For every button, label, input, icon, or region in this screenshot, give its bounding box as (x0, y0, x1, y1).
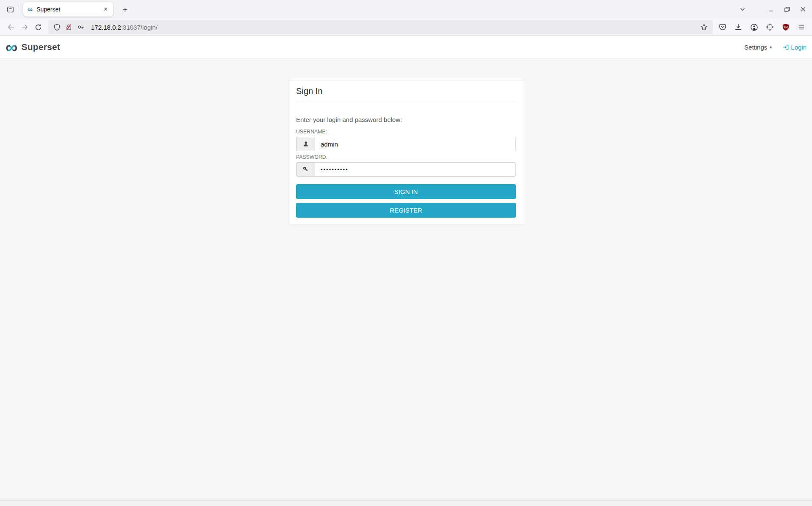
window-close-button[interactable] (800, 6, 806, 12)
svg-text:uO: uO (784, 25, 787, 28)
tab-separator (19, 5, 19, 14)
new-tab-button[interactable]: + (119, 4, 131, 15)
browser-tab-superset[interactable]: ∞ Superset × (23, 2, 113, 17)
superset-brand-link[interactable]: ∞ Superset (6, 41, 60, 53)
window-controls (768, 6, 806, 12)
restore-icon (784, 6, 790, 12)
ublock-shield-icon: uO (782, 23, 790, 31)
minimize-icon (768, 6, 774, 12)
bookmark-star-icon[interactable] (700, 23, 708, 31)
firefox-view-icon (7, 6, 14, 13)
sign-in-icon (783, 44, 789, 50)
menu-button[interactable] (798, 23, 805, 31)
settings-label: Settings (744, 44, 767, 51)
insecure-connection-lock-icon[interactable] (65, 24, 72, 31)
header-right-nav: Settings ▾ Login (744, 44, 806, 51)
page-viewport: ∞ Superset Settings ▾ Login (0, 36, 812, 506)
tracking-protection-shield-icon[interactable] (53, 24, 61, 31)
settings-menu[interactable]: Settings ▾ (744, 44, 772, 51)
username-input-group (296, 137, 516, 151)
url-path: :31037/login/ (121, 24, 158, 31)
password-label: PASSWORD: (296, 154, 516, 160)
card-title: Sign In (296, 86, 516, 102)
puzzle-piece-icon (766, 23, 774, 31)
sign-in-button[interactable]: SIGN IN (296, 184, 516, 199)
extensions-button[interactable] (766, 23, 774, 31)
url-host: 172.18.0.2 (91, 24, 121, 31)
superset-app-header: ∞ Superset Settings ▾ Login (0, 36, 812, 58)
back-arrow-icon (7, 23, 15, 31)
reload-button[interactable] (31, 21, 45, 33)
password-input-group (296, 162, 516, 177)
superset-favicon-icon: ∞ (28, 6, 33, 13)
login-label: Login (791, 44, 806, 51)
account-button[interactable] (750, 23, 758, 31)
user-icon (302, 141, 309, 147)
username-input[interactable] (315, 137, 516, 151)
tab-close-icon[interactable]: × (102, 5, 110, 14)
list-all-tabs-button[interactable] (736, 3, 749, 16)
hamburger-icon (798, 23, 805, 31)
password-input[interactable] (315, 162, 516, 177)
reload-icon (35, 24, 42, 31)
forward-arrow-icon (21, 23, 28, 31)
close-icon (800, 6, 806, 12)
brand-name: Superset (22, 42, 60, 52)
caret-down-icon: ▾ (770, 45, 772, 50)
downloads-button[interactable] (734, 23, 742, 31)
account-icon (750, 23, 758, 31)
login-link[interactable]: Login (783, 44, 806, 51)
toolbar-right-icons: uO (719, 23, 808, 31)
window-restore-button[interactable] (784, 6, 790, 12)
browser-window: ∞ Superset × + (0, 0, 812, 506)
window-minimize-button[interactable] (768, 6, 774, 12)
pocket-save-button[interactable] (719, 23, 726, 31)
forward-button[interactable] (18, 21, 31, 33)
saved-login-key-icon[interactable] (77, 23, 85, 31)
register-button[interactable]: REGISTER (296, 203, 516, 218)
superset-logo-icon: ∞ (6, 41, 18, 53)
page-content: Sign In Enter your login and password be… (0, 58, 812, 500)
key-icon (302, 166, 309, 173)
sign-in-card: Sign In Enter your login and password be… (289, 80, 523, 225)
username-label: USERNAME: (296, 129, 516, 135)
ublock-origin-button[interactable]: uO (782, 23, 790, 31)
bottom-scrollbar-track[interactable] (0, 501, 812, 506)
card-body: Enter your login and password below: USE… (296, 102, 516, 218)
chevron-down-icon (739, 6, 746, 13)
username-addon (296, 137, 315, 151)
tab-title: Superset (36, 6, 102, 13)
navigation-toolbar: 172.18.0.2:31037/login/ (0, 19, 812, 36)
pocket-icon (719, 23, 726, 31)
tabbar-right-controls (736, 3, 806, 16)
download-icon (734, 23, 742, 31)
firefox-view-button[interactable] (3, 3, 17, 16)
tab-bar: ∞ Superset × + (0, 0, 812, 19)
url-bar[interactable]: 172.18.0.2:31037/login/ (48, 20, 713, 34)
login-prompt: Enter your login and password below: (296, 116, 516, 123)
back-button[interactable] (4, 21, 18, 33)
url-text: 172.18.0.2:31037/login/ (91, 24, 158, 31)
password-addon (296, 162, 315, 177)
